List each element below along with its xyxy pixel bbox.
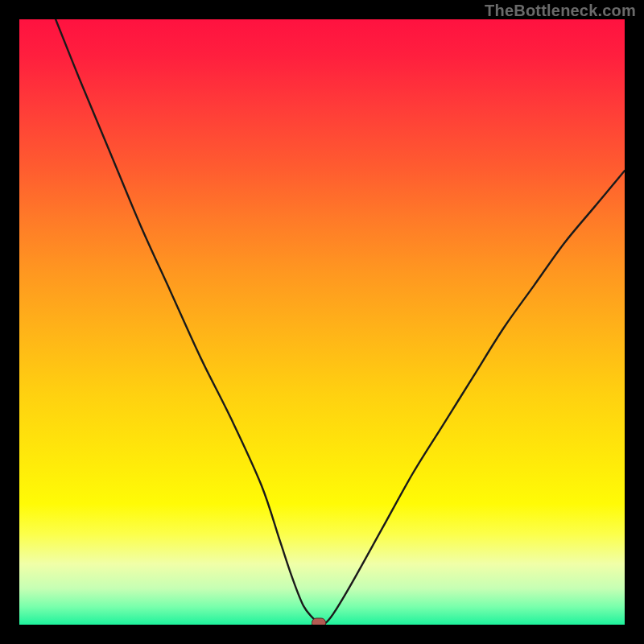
plot-area [19,19,625,625]
chart-root: TheBottleneck.com [0,0,644,644]
bottleneck-curve [19,19,625,625]
watermark-text: TheBottleneck.com [485,2,636,20]
optimal-point-marker [312,618,326,625]
